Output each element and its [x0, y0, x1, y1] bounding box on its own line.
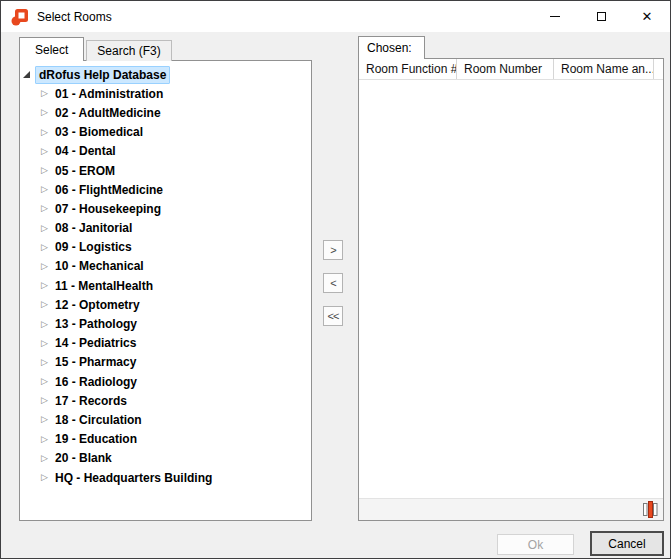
tree-item-label: 08 - Janitorial: [55, 221, 132, 235]
maximize-icon: [597, 12, 606, 21]
tree-item-label: 02 - AdultMedicine: [55, 106, 161, 120]
chevron-collapsed-icon[interactable]: ▷: [41, 454, 53, 463]
titlebar: Select Rooms ✕: [1, 1, 670, 32]
maximize-button[interactable]: [578, 1, 624, 32]
close-icon: ✕: [642, 10, 653, 23]
tree-item-label: 05 - EROM: [55, 164, 115, 178]
chevron-collapsed-icon[interactable]: ▷: [41, 377, 53, 386]
chosen-header-row: Room Function #Room NumberRoom Name an..…: [359, 59, 663, 80]
tree-item[interactable]: ▷02 - AdultMedicine: [20, 103, 311, 122]
tree-item[interactable]: ▷15 - Pharmacy: [20, 353, 311, 372]
chevron-collapsed-icon[interactable]: ▷: [41, 185, 53, 194]
tree-item-label: 11 - MentalHealth: [55, 279, 153, 293]
chevron-collapsed-icon[interactable]: ▷: [41, 89, 53, 98]
move-all-left-button[interactable]: <<: [323, 306, 343, 326]
minimize-icon: [550, 16, 560, 17]
chevron-collapsed-icon[interactable]: ▷: [41, 224, 53, 233]
tree-item-label: 18 - Circulation: [55, 413, 142, 427]
chevron-collapsed-icon[interactable]: ▷: [41, 339, 53, 348]
column-header[interactable]: Room Name an...: [554, 59, 654, 79]
cancel-button[interactable]: Cancel: [590, 531, 664, 556]
tree-item[interactable]: ▷12 - Optometry: [20, 295, 311, 314]
tree-item[interactable]: ▷08 - Janitorial: [20, 219, 311, 238]
chevron-collapsed-icon[interactable]: ▷: [41, 415, 53, 424]
tree-item[interactable]: ▷HQ - Headquarters Building: [20, 468, 311, 487]
tree-item[interactable]: ▷01 - Administration: [20, 84, 311, 103]
tree-children: ▷01 - Administration▷02 - AdultMedicine▷…: [20, 84, 311, 487]
chosen-list-body[interactable]: [359, 80, 663, 498]
chevron-collapsed-icon[interactable]: ▷: [41, 243, 53, 252]
tree-root-item[interactable]: dRofus Help Database: [20, 65, 311, 84]
tree-item-label: 14 - Pediatrics: [55, 336, 136, 350]
tree-item-label: 13 - Pathology: [55, 317, 137, 331]
column-header[interactable]: Room Function #: [359, 59, 457, 79]
tree-item[interactable]: ▷18 - Circulation: [20, 410, 311, 429]
tree-item[interactable]: ▷03 - Biomedical: [20, 123, 311, 142]
chevron-collapsed-icon[interactable]: ▷: [41, 128, 53, 137]
minimize-button[interactable]: [532, 1, 578, 32]
left-tab-strip: Select Search (F3): [19, 37, 172, 61]
chevron-collapsed-icon[interactable]: ▷: [41, 473, 53, 482]
tree-item-label: 09 - Logistics: [55, 240, 132, 254]
tree-item-label: 04 - Dental: [55, 144, 116, 158]
chevron-collapsed-icon[interactable]: ▷: [41, 204, 53, 213]
ok-button[interactable]: Ok: [497, 534, 574, 555]
chevron-collapsed-icon[interactable]: ▷: [41, 147, 53, 156]
column-header[interactable]: Room Number: [457, 59, 554, 79]
tree-item-label: 10 - Mechanical: [55, 259, 144, 273]
tree-item[interactable]: ▷05 - EROM: [20, 161, 311, 180]
chevron-collapsed-icon[interactable]: ▷: [41, 435, 53, 444]
chevron-collapsed-icon[interactable]: ▷: [41, 281, 53, 290]
tree-item[interactable]: ▷11 - MentalHealth: [20, 276, 311, 295]
tree-item-label: 12 - Optometry: [55, 298, 140, 312]
tree-item[interactable]: ▷06 - FlightMedicine: [20, 180, 311, 199]
chosen-footer-bar: [359, 498, 663, 520]
select-rooms-dialog: Select Rooms ✕ Select Search (F3) dRofus…: [0, 0, 671, 559]
tree-item[interactable]: ▷14 - Pediatrics: [20, 334, 311, 353]
tree-item-label: 01 - Administration: [55, 87, 163, 101]
tree-item[interactable]: ▷10 - Mechanical: [20, 257, 311, 276]
tab-chosen[interactable]: Chosen:: [358, 36, 425, 59]
chevron-collapsed-icon[interactable]: ▷: [41, 358, 53, 367]
close-button[interactable]: ✕: [624, 1, 670, 32]
tree-item[interactable]: ▷13 - Pathology: [20, 314, 311, 333]
tree-item-label: 03 - Biomedical: [55, 125, 143, 139]
chevron-collapsed-icon[interactable]: ▷: [41, 300, 53, 309]
tab-select[interactable]: Select: [19, 37, 84, 61]
tree-item[interactable]: ▷04 - Dental: [20, 142, 311, 161]
chevron-collapsed-icon[interactable]: ▷: [41, 108, 53, 117]
tree-item-label: 20 - Blank: [55, 451, 112, 465]
tree-item[interactable]: ▷19 - Education: [20, 430, 311, 449]
chosen-rooms-panel: Room Function #Room NumberRoom Name an..…: [358, 58, 664, 521]
chevron-collapsed-icon[interactable]: ▷: [41, 166, 53, 175]
chevron-collapsed-icon[interactable]: ▷: [41, 320, 53, 329]
columns-icon[interactable]: [643, 501, 658, 518]
tree-item-label: 07 - Housekeeping: [55, 202, 161, 216]
drofus-logo-icon: [10, 7, 30, 27]
tree-item[interactable]: ▷07 - Housekeeping: [20, 199, 311, 218]
tab-search[interactable]: Search (F3): [86, 40, 171, 61]
tree-item[interactable]: ▷20 - Blank: [20, 449, 311, 468]
move-left-button[interactable]: <: [323, 273, 343, 293]
tree-item-label: HQ - Headquarters Building: [55, 471, 212, 485]
tree-item-label: 16 - Radiology: [55, 375, 137, 389]
tree-item[interactable]: ▷16 - Radiology: [20, 372, 311, 391]
chevron-collapsed-icon[interactable]: ▷: [41, 396, 53, 405]
chevron-collapsed-icon[interactable]: ▷: [41, 262, 53, 271]
tree-item[interactable]: ▷17 - Records: [20, 391, 311, 410]
tree-item-label: 15 - Pharmacy: [55, 355, 136, 369]
chevron-expanded-icon[interactable]: [23, 71, 30, 78]
move-right-button[interactable]: >: [323, 240, 343, 260]
tree-item-label: 19 - Education: [55, 432, 137, 446]
tree-item-label: 17 - Records: [55, 394, 127, 408]
tree-item[interactable]: ▷09 - Logistics: [20, 238, 311, 257]
tree-root-label: dRofus Help Database: [35, 66, 170, 84]
room-tree-panel: dRofus Help Database ▷01 - Administratio…: [19, 60, 312, 521]
tree-item-label: 06 - FlightMedicine: [55, 183, 163, 197]
window-title: Select Rooms: [37, 10, 112, 24]
window-controls: ✕: [532, 1, 670, 32]
